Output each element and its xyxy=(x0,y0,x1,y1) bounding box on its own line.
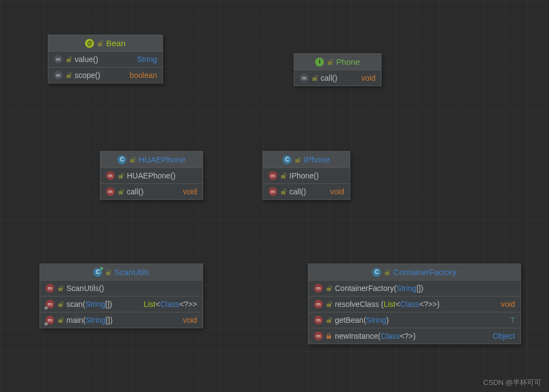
member-row[interactable]: m getBean(String) T xyxy=(309,312,520,328)
class-bean[interactable]: @ Bean m value() String m scope() boolea… xyxy=(48,35,163,83)
member-name: value() xyxy=(75,55,98,64)
class-title: HUAEPhone xyxy=(138,155,185,164)
lock-icon xyxy=(130,157,135,163)
lock-icon xyxy=(384,270,390,275)
lock-icon xyxy=(97,41,103,46)
lock-icon xyxy=(326,301,332,307)
member-row[interactable]: m call() void xyxy=(100,183,203,199)
member-name: IPhone() xyxy=(289,171,319,180)
return-type: void xyxy=(354,74,376,82)
return-type: List<Class<?>> xyxy=(136,300,197,309)
method-icon: m xyxy=(314,284,323,293)
member-name: scope() xyxy=(75,71,100,80)
annotation-icon: @ xyxy=(85,39,94,48)
private-lock-icon xyxy=(326,333,332,339)
member-row[interactable]: m call() void xyxy=(294,70,381,86)
method-icon: m xyxy=(314,316,323,324)
method-icon: m xyxy=(300,74,309,82)
member-name: call() xyxy=(321,74,337,82)
member-row[interactable]: m call() void xyxy=(263,183,350,199)
static-method-icon: m xyxy=(46,316,54,324)
return-type: T xyxy=(502,316,515,324)
lock-icon xyxy=(58,285,63,291)
class-header: I Phone xyxy=(294,54,381,70)
lock-icon xyxy=(327,59,333,65)
class-header: C HUAEPhone xyxy=(100,152,203,168)
lock-icon xyxy=(118,189,124,194)
member-name: ContainerFactory(String[]) xyxy=(335,284,423,293)
class-icon: C xyxy=(117,155,126,164)
class-title: ScanUtils xyxy=(114,267,149,277)
method-icon: m xyxy=(268,187,277,196)
class-icon: C xyxy=(283,155,292,164)
method-icon: m xyxy=(314,332,323,340)
member-row[interactable]: m main(String[]) void xyxy=(40,312,203,328)
class-header: C ContainerFactory xyxy=(309,264,520,281)
member-row[interactable]: m newInstance(Class<?>) Object xyxy=(309,328,520,344)
member-row[interactable]: m ContainerFactory(String[]) xyxy=(309,281,520,296)
member-name: newInstance(Class<?>) xyxy=(335,332,416,340)
method-icon: m xyxy=(54,71,63,80)
member-name: ScanUtils() xyxy=(66,284,104,293)
method-icon: m xyxy=(106,187,115,196)
method-icon: m xyxy=(54,55,63,64)
return-type: String xyxy=(129,55,157,64)
method-icon: m xyxy=(106,171,115,180)
static-method-icon: m xyxy=(46,300,54,309)
return-type: Object xyxy=(485,332,515,340)
member-row[interactable]: m scope() boolean xyxy=(48,67,163,83)
method-icon: m xyxy=(314,300,323,309)
lock-icon xyxy=(281,189,286,194)
class-title: Phone xyxy=(336,57,360,66)
class-title: IPhone xyxy=(304,155,330,164)
member-row[interactable]: m ScanUtils() xyxy=(40,281,203,296)
lock-icon xyxy=(66,57,71,62)
lock-icon xyxy=(281,173,286,178)
class-containerfactory[interactable]: C ContainerFactory m ContainerFactory(St… xyxy=(308,264,521,344)
member-name: scan(String[]) xyxy=(66,300,112,309)
return-type: void xyxy=(322,187,344,196)
member-row[interactable]: m IPhone() xyxy=(263,168,350,183)
lock-icon xyxy=(326,285,332,291)
lock-icon xyxy=(66,72,71,78)
lock-icon xyxy=(105,270,111,275)
lock-icon xyxy=(58,317,63,323)
member-name: getBean(String) xyxy=(335,316,389,324)
member-row[interactable]: m scan(String[]) List<Class<?>> xyxy=(40,296,203,312)
class-iphone[interactable]: C IPhone m IPhone() m call() void xyxy=(262,151,350,200)
method-icon: m xyxy=(268,171,277,180)
return-type: void xyxy=(175,187,197,196)
member-row[interactable]: m value() String xyxy=(48,52,163,67)
method-icon: m xyxy=(46,284,54,293)
class-header: C IPhone xyxy=(263,152,350,168)
class-title: ContainerFactory xyxy=(393,267,456,277)
return-type: void xyxy=(493,300,515,309)
lock-icon xyxy=(312,75,317,81)
class-title: Bean xyxy=(106,38,125,48)
lock-icon xyxy=(118,173,124,178)
member-name: HUAEPhone() xyxy=(127,171,176,180)
member-name: call() xyxy=(289,187,306,196)
class-header: C ScanUtils xyxy=(40,264,203,281)
member-row[interactable]: m HUAEPhone() xyxy=(100,168,203,183)
class-scanutils[interactable]: C ScanUtils m ScanUtils() m scan(String[… xyxy=(40,264,203,328)
watermark: CSDN @半杯可可 xyxy=(483,378,541,388)
return-type: void xyxy=(175,316,197,324)
class-icon: C xyxy=(372,268,381,277)
member-name: call() xyxy=(127,187,143,196)
member-name: main(String[]) xyxy=(66,316,113,324)
member-name: resolveClass (List<Class<?>>) xyxy=(335,300,440,309)
class-header: @ Bean xyxy=(48,35,163,52)
lock-icon xyxy=(295,157,300,163)
interface-phone[interactable]: I Phone m call() void xyxy=(294,53,382,86)
interface-icon: I xyxy=(315,58,324,66)
lock-icon xyxy=(58,301,63,307)
runnable-class-icon: C xyxy=(93,268,102,277)
return-type: boolean xyxy=(122,71,157,80)
class-huaephone[interactable]: C HUAEPhone m HUAEPhone() m call() void xyxy=(100,151,203,200)
lock-icon xyxy=(326,317,332,323)
member-row[interactable]: m resolveClass (List<Class<?>>) void xyxy=(309,296,520,312)
